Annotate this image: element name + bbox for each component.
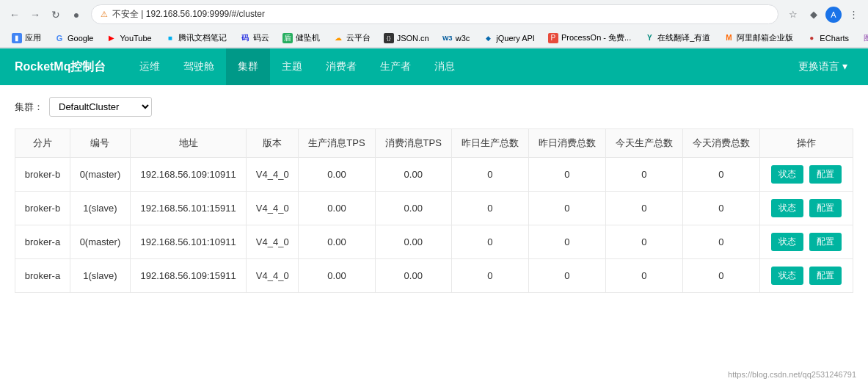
cell-actions: 状态 配置 <box>759 225 853 259</box>
col-produce-tps: 生产消息TPS <box>299 129 375 158</box>
config-button[interactable]: 配置 <box>809 199 842 217</box>
home-button[interactable]: ● <box>68 6 85 23</box>
bookmark-google-label: Google <box>68 34 93 43</box>
nav-item-ops[interactable]: 运维 <box>128 48 172 85</box>
bookmark-google[interactable]: G Google <box>48 31 99 46</box>
status-button[interactable]: 状态 <box>771 233 803 251</box>
cell-shard: broker-a <box>15 259 70 293</box>
cell-version: V4_4_0 <box>247 225 299 259</box>
bookmark-apps[interactable]: ▮ 应用 <box>6 30 47 46</box>
cloud-icon: ☁ <box>333 33 343 43</box>
nav-item-message[interactable]: 消息 <box>423 48 467 85</box>
cell-shard: broker-b <box>15 158 70 192</box>
col-version: 版本 <box>247 129 299 158</box>
bookmark-qiniu-label: 健坠机 <box>296 32 320 43</box>
col-address: 地址 <box>131 129 247 158</box>
table-row: broker-b 1(slave) 192.168.56.101:15911 V… <box>15 192 853 225</box>
forward-button[interactable]: → <box>26 6 44 23</box>
cell-shard: broker-b <box>15 192 70 225</box>
bookmark-qiniu[interactable]: 盾 健坠机 <box>277 30 326 46</box>
nav-buttons: ← → ↻ ● <box>6 6 85 23</box>
cell-consume-tps: 0.00 <box>375 259 451 293</box>
processon-icon: P <box>548 33 558 43</box>
cell-produce-tps: 0.00 <box>299 259 375 293</box>
cell-yesterday-produce: 0 <box>451 225 528 259</box>
col-today-produce: 今天生产总数 <box>605 129 682 158</box>
nav-item-cluster[interactable]: 集群 <box>226 48 270 85</box>
nav-item-dashboard[interactable]: 驾驶舱 <box>172 48 226 85</box>
cell-yesterday-produce: 0 <box>451 192 528 225</box>
bookmark-jquery-label: jQuery API <box>496 34 535 43</box>
cell-produce-tps: 0.00 <box>299 192 375 225</box>
nav-item-consumer[interactable]: 消费者 <box>314 48 368 85</box>
cell-today-produce: 0 <box>605 259 682 293</box>
col-consume-tps: 消费消息TPS <box>375 129 451 158</box>
bookmark-alibaba[interactable]: M 阿里邮箱企业版 <box>718 30 799 46</box>
bookmark-processon[interactable]: P ProcessOn - 免费... <box>542 30 637 46</box>
bookmark-cloud[interactable]: ☁ 云平台 <box>327 30 376 46</box>
table-body: broker-b 0(master) 192.168.56.109:10911 … <box>15 158 853 293</box>
status-button[interactable]: 状态 <box>771 199 803 217</box>
cell-version: V4_4_0 <box>247 192 299 225</box>
data-table: 分片 编号 地址 版本 生产消息TPS 消费消息TPS 昨日生产总数 昨日消费总… <box>15 128 853 293</box>
address-bar[interactable]: ⚠ 不安全 | 192.168.56.109:9999/#/cluster <box>91 4 778 24</box>
cell-id: 1(slave) <box>70 192 130 225</box>
baidu-icon: 码 <box>240 33 250 43</box>
menu-button[interactable]: ⋮ <box>845 6 862 23</box>
back-button[interactable]: ← <box>6 6 23 23</box>
tencent-icon: ■ <box>165 33 175 43</box>
config-button[interactable]: 配置 <box>809 233 842 251</box>
browser-toolbar: ← → ↻ ● ⚠ 不安全 | 192.168.56.109:9999/#/cl… <box>0 0 868 29</box>
table-header: 分片 编号 地址 版本 生产消息TPS 消费消息TPS 昨日生产总数 昨日消费总… <box>15 129 853 158</box>
config-button[interactable]: 配置 <box>809 267 842 285</box>
bookmark-translate[interactable]: Y 在线翻译_有道 <box>638 30 716 46</box>
bookmark-w3c[interactable]: W3 w3c <box>437 31 476 46</box>
page-footer: https://blog.csdn.net/qq2531246791 <box>0 364 868 384</box>
config-button[interactable]: 配置 <box>809 165 842 184</box>
main-content: 集群： DefaultCluster 分片 编号 地址 版本 生产消息TPS 消… <box>0 85 868 364</box>
cell-today-produce: 0 <box>605 192 682 225</box>
lang-switcher[interactable]: 更换语言 ▾ <box>792 57 853 76</box>
bookmark-youtube[interactable]: ▶ YouTube <box>101 31 157 46</box>
cell-today-consume: 0 <box>682 158 759 192</box>
status-button[interactable]: 状态 <box>771 267 803 285</box>
cell-yesterday-produce: 0 <box>451 158 528 192</box>
security-icon: ⚠ <box>101 10 108 19</box>
bookmark-echarts[interactable]: ● ECharts <box>800 31 855 46</box>
cell-address: 192.168.56.109:15911 <box>131 259 247 293</box>
cell-consume-tps: 0.00 <box>375 225 451 259</box>
apps-icon: ▮ <box>12 33 22 43</box>
cell-actions: 状态 配置 <box>759 192 853 225</box>
cluster-selector: 集群： DefaultCluster <box>15 97 853 117</box>
bookmark-json[interactable]: {} JSON.cn <box>378 31 435 46</box>
w3c-icon: W3 <box>442 33 453 43</box>
header-right: 更换语言 ▾ <box>792 57 853 76</box>
bookmark-jquery[interactable]: ◆ jQuery API <box>477 31 541 46</box>
bookmark-cloud-label: 云平台 <box>346 32 371 43</box>
bookmark-tencent[interactable]: ■ 腾讯文档笔记 <box>159 30 233 46</box>
cell-yesterday-consume: 0 <box>528 158 605 192</box>
bookmark-baidu[interactable]: 码 码云 <box>234 30 275 46</box>
table-row: broker-b 0(master) 192.168.56.109:10911 … <box>15 158 853 192</box>
nav-item-topic[interactable]: 主题 <box>270 48 314 85</box>
cell-produce-tps: 0.00 <box>299 158 375 192</box>
extensions-button[interactable]: ◆ <box>805 6 823 23</box>
bookmark-star-button[interactable]: ☆ <box>784 6 802 23</box>
profile-button[interactable]: A <box>825 7 842 23</box>
cell-yesterday-consume: 0 <box>528 259 605 293</box>
cell-address: 192.168.56.101:15911 <box>131 192 247 225</box>
cluster-select[interactable]: DefaultCluster <box>49 97 152 117</box>
cell-id: 1(slave) <box>70 259 130 293</box>
cell-today-produce: 0 <box>605 225 682 259</box>
bookmark-w3c-label: w3c <box>456 34 470 43</box>
cell-shard: broker-a <box>15 225 70 259</box>
refresh-button[interactable]: ↻ <box>47 6 65 23</box>
cell-actions: 状态 配置 <box>759 259 853 293</box>
nav-item-producer[interactable]: 生产者 <box>368 48 423 85</box>
alibaba-icon: M <box>723 33 734 43</box>
bookmark-imgbase[interactable]: 图 图片Base64 <box>856 30 868 46</box>
status-button[interactable]: 状态 <box>771 165 803 184</box>
cell-today-consume: 0 <box>682 225 759 259</box>
qiniu-icon: 盾 <box>282 33 293 43</box>
cell-yesterday-consume: 0 <box>528 192 605 225</box>
